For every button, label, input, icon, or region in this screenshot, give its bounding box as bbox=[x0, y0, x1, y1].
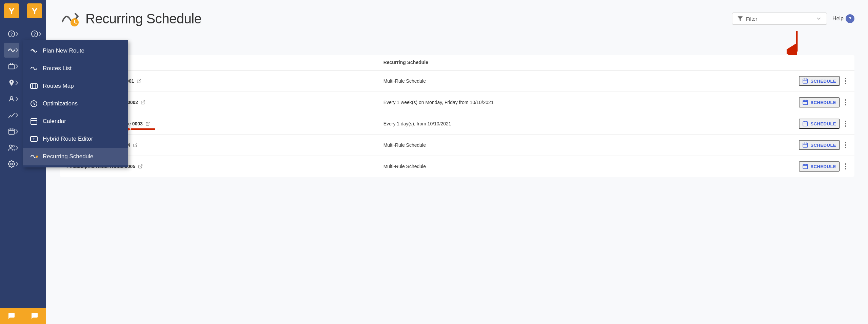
sidebar-item-locations[interactable] bbox=[4, 75, 19, 90]
schedule-text: Multi-Rule Schedule bbox=[377, 70, 780, 92]
more-options-button[interactable] bbox=[844, 162, 848, 171]
schedule-button[interactable]: SCHEDULE bbox=[799, 161, 840, 171]
table-row: Detroit Last Mile Route 0004 Multi-Rule … bbox=[60, 135, 854, 156]
help-button[interactable]: Help ? bbox=[832, 14, 854, 23]
schedule-button[interactable]: SCHEDULE bbox=[799, 97, 840, 107]
schedule-text: Every 1 week(s) on Monday, Friday from 1… bbox=[377, 92, 780, 113]
schedule-button[interactable]: SCHEDULE bbox=[799, 119, 840, 129]
logo[interactable]: Y bbox=[4, 3, 19, 22]
second-sidebar-help[interactable]: ? bbox=[27, 26, 42, 41]
svg-rect-58 bbox=[803, 143, 808, 147]
left-sidebar: Y ? bbox=[0, 0, 23, 324]
svg-text:?: ? bbox=[34, 32, 36, 37]
filter-label: Filter bbox=[746, 16, 813, 22]
svg-point-8 bbox=[10, 97, 13, 99]
action-cell: SCHEDULE bbox=[787, 97, 848, 107]
dropdown-item-hybrid-route-editor[interactable]: Hybrid Route Editor bbox=[23, 130, 128, 148]
table-row: Chicago Daily Service Route 0003 Every 1… bbox=[60, 113, 854, 135]
svg-rect-48 bbox=[803, 100, 808, 105]
external-link-icon[interactable] bbox=[137, 79, 141, 83]
navigation-dropdown: Plan New Route Routes List Routes Map Op… bbox=[23, 40, 128, 167]
svg-rect-53 bbox=[803, 122, 808, 126]
help-label: Help bbox=[832, 16, 844, 22]
svg-point-25 bbox=[36, 156, 38, 158]
more-options-button[interactable] bbox=[844, 98, 848, 107]
page-title: Recurring Schedule bbox=[85, 11, 201, 26]
svg-rect-20 bbox=[31, 119, 37, 124]
svg-point-7 bbox=[11, 81, 13, 83]
svg-line-62 bbox=[140, 165, 142, 167]
calendar-icon bbox=[802, 163, 808, 169]
svg-line-57 bbox=[135, 143, 137, 145]
sidebar-item-orders[interactable] bbox=[4, 59, 19, 74]
action-cell: SCHEDULE bbox=[787, 119, 848, 129]
svg-rect-43 bbox=[803, 79, 808, 83]
routes-table: Master Route Name Recurring Schedule New… bbox=[60, 55, 854, 177]
main-content: Recurring Schedule Filter Help ? bbox=[46, 0, 868, 324]
svg-point-4 bbox=[8, 49, 9, 51]
calendar-icon bbox=[802, 78, 808, 84]
schedule-text: Multi-Rule Schedule bbox=[377, 156, 780, 177]
calendar-icon bbox=[802, 99, 808, 105]
calendar-icon bbox=[802, 142, 808, 148]
svg-rect-63 bbox=[803, 164, 808, 169]
table-row: New York Delivery Route 0001 Multi-Rule … bbox=[60, 70, 854, 92]
svg-point-13 bbox=[9, 145, 12, 147]
external-link-icon[interactable] bbox=[141, 100, 145, 105]
sidebar-item-help[interactable]: ? bbox=[4, 26, 19, 41]
filter-icon bbox=[737, 16, 743, 22]
sidebar-item-settings[interactable] bbox=[4, 157, 19, 171]
schedule-text: Every 1 day(s), from 10/10/2021 bbox=[377, 113, 780, 135]
svg-point-15 bbox=[11, 163, 13, 165]
chevron-down-icon bbox=[816, 16, 822, 22]
action-cell: SCHEDULE bbox=[787, 161, 848, 171]
dropdown-item-routes-list[interactable]: Routes List bbox=[23, 60, 128, 77]
page-icon bbox=[60, 9, 80, 28]
table-row: Philadelphia Retail Route 0005 Multi-Rul… bbox=[60, 156, 854, 177]
help-circle-icon: ? bbox=[846, 14, 854, 23]
schedule-text: Multi-Rule Schedule bbox=[377, 135, 780, 156]
svg-line-47 bbox=[143, 101, 145, 103]
action-cell: SCHEDULE bbox=[787, 76, 848, 86]
svg-text:Y: Y bbox=[8, 6, 15, 16]
table-container: Master Route Name Recurring Schedule New… bbox=[46, 52, 868, 324]
external-link-icon[interactable] bbox=[133, 143, 138, 147]
external-link-icon[interactable] bbox=[138, 164, 143, 169]
filter-dropdown[interactable]: Filter bbox=[732, 13, 827, 25]
svg-text:Y: Y bbox=[32, 6, 38, 16]
svg-line-42 bbox=[139, 79, 141, 81]
more-options-button[interactable] bbox=[844, 141, 848, 149]
svg-rect-18 bbox=[31, 84, 37, 88]
header-right: Filter Help ? bbox=[732, 13, 854, 25]
sidebar-item-routes[interactable] bbox=[4, 43, 19, 58]
svg-rect-6 bbox=[9, 65, 15, 69]
sidebar-item-calendar[interactable] bbox=[4, 124, 19, 139]
page-title-area: Recurring Schedule bbox=[60, 9, 201, 28]
dropdown-item-plan-new-route[interactable]: Plan New Route bbox=[23, 42, 128, 60]
sidebar-item-analytics[interactable] bbox=[4, 108, 19, 123]
dropdown-item-optimizations[interactable]: Optimizations bbox=[23, 95, 128, 113]
second-chat-button[interactable] bbox=[23, 308, 46, 324]
dropdown-item-calendar[interactable]: Calendar bbox=[23, 113, 128, 130]
second-logo[interactable]: Y bbox=[27, 3, 42, 22]
chat-button[interactable] bbox=[0, 308, 23, 324]
arrow-indicator-left bbox=[128, 123, 155, 135]
sidebar-item-users[interactable] bbox=[4, 140, 19, 155]
more-options-button[interactable] bbox=[844, 119, 848, 128]
schedule-button[interactable]: SCHEDULE bbox=[799, 76, 840, 86]
dropdown-item-recurring-schedule[interactable]: Recurring Schedule bbox=[23, 148, 128, 165]
sidebar-item-contacts[interactable] bbox=[4, 92, 19, 106]
dropdown-item-routes-map[interactable]: Routes Map bbox=[23, 77, 128, 95]
action-cell: SCHEDULE bbox=[787, 140, 848, 150]
page-header: Recurring Schedule Filter Help ? bbox=[46, 0, 868, 31]
schedule-button[interactable]: SCHEDULE bbox=[799, 140, 840, 150]
more-options-button[interactable] bbox=[844, 77, 848, 85]
col-header-schedule: Recurring Schedule bbox=[377, 55, 780, 70]
calendar-icon bbox=[802, 121, 808, 127]
table-row: Los Angeles Pickup Route 0002 Every 1 we… bbox=[60, 92, 854, 113]
col-header-actions bbox=[780, 55, 854, 70]
svg-text:?: ? bbox=[11, 32, 13, 37]
